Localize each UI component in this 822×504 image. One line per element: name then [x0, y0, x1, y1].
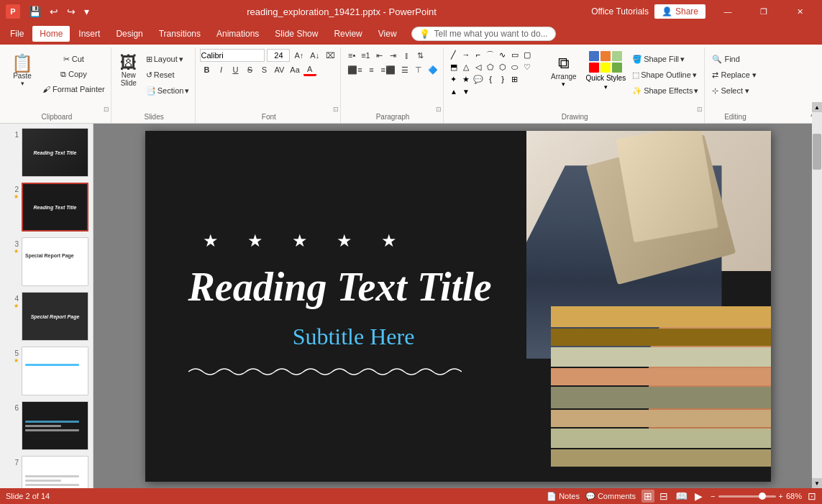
align-text-button[interactable]: ⊤: [412, 63, 425, 76]
bracket-btn[interactable]: {: [485, 73, 496, 85]
underline-button[interactable]: U: [229, 63, 242, 76]
close-button[interactable]: ✕: [783, 0, 816, 23]
arrow-shape-btn[interactable]: →: [460, 49, 472, 60]
align-right-button[interactable]: ≡⬛: [379, 63, 398, 76]
menu-home[interactable]: Home: [32, 26, 70, 42]
slide-subtitle[interactable]: Subtitle Here: [188, 324, 519, 350]
menu-view[interactable]: View: [371, 26, 404, 42]
font-color-button[interactable]: A: [303, 63, 316, 76]
italic-button[interactable]: I: [214, 63, 227, 76]
strikethrough-button[interactable]: S: [243, 63, 256, 76]
reset-button[interactable]: ↺ Reset: [143, 68, 193, 82]
scroll-shapes-down[interactable]: ▼: [460, 86, 472, 97]
zoom-out-button[interactable]: −: [711, 492, 715, 500]
vertical-scrollbar[interactable]: ▲ ▼: [812, 124, 822, 488]
elbow-shape-btn[interactable]: ⌐: [472, 49, 484, 60]
tell-me-input[interactable]: 💡 Tell me what you want to do...: [411, 27, 556, 41]
new-slide-button[interactable]: 🖼 New Slide: [116, 49, 142, 92]
text-direction-button[interactable]: ⇅: [414, 49, 427, 62]
normal-view-button[interactable]: ⊞: [641, 490, 654, 503]
align-center-button[interactable]: ≡: [365, 63, 378, 76]
slide-canvas[interactable]: ★ ★ ★ ★ ★ Reading Text Title Subtitle He…: [145, 131, 771, 482]
slide-thumb-4[interactable]: 4 ★ Special Report Page: [3, 290, 90, 342]
shape-outline-button[interactable]: ⬚ Shape Outline ▾: [629, 68, 701, 82]
callout-btn[interactable]: 💬: [472, 73, 484, 85]
office-tutorials-link[interactable]: Office Tutorials: [591, 6, 649, 17]
snip-rect-btn[interactable]: ⬒: [448, 61, 460, 73]
notes-button[interactable]: 📄 Notes: [547, 492, 580, 501]
menu-review[interactable]: Review: [326, 26, 369, 42]
paste-button[interactable]: 📋 Paste ▾: [6, 49, 39, 92]
brace-btn[interactable]: }: [497, 73, 508, 85]
slide-thumb-2[interactable]: 2 ★ Reading Text Title: [3, 181, 90, 233]
format-painter-button[interactable]: 🖌Format Painter: [40, 82, 108, 96]
convert-smartart-button[interactable]: 🔷: [426, 63, 440, 76]
align-left-button[interactable]: ⬛≡: [345, 63, 364, 76]
minimize-button[interactable]: —: [711, 0, 744, 23]
zoom-slider-thumb[interactable]: [759, 492, 766, 500]
heart-btn[interactable]: ♡: [521, 61, 533, 73]
zoom-in-button[interactable]: +: [779, 492, 783, 500]
decrease-font-button[interactable]: A↓: [308, 49, 321, 62]
slide-sorter-button[interactable]: ⊟: [657, 490, 670, 503]
pentagon-btn[interactable]: ⬠: [485, 61, 496, 73]
menu-slideshow[interactable]: Slide Show: [268, 26, 325, 42]
clear-formatting-button[interactable]: ⌧: [324, 49, 337, 62]
menu-design[interactable]: Design: [109, 26, 150, 42]
freeform-shape-btn[interactable]: ∿: [497, 49, 508, 60]
triangle-btn[interactable]: △: [460, 61, 472, 73]
star4-btn[interactable]: ✦: [448, 73, 460, 85]
rounded-rect-btn[interactable]: ▢: [521, 49, 533, 60]
menu-animations[interactable]: Animations: [209, 26, 266, 42]
slideshow-view-button[interactable]: ▶: [693, 490, 705, 503]
slide-thumb-5[interactable]: 5 ★: [3, 345, 90, 397]
increase-font-button[interactable]: A↑: [292, 49, 306, 62]
paragraph-expand-icon[interactable]: ⊡: [436, 106, 442, 113]
scroll-shapes-up[interactable]: ▲: [448, 86, 460, 97]
font-expand-icon[interactable]: ⊡: [333, 106, 339, 113]
drawing-expand-icon[interactable]: ⊡: [697, 106, 703, 113]
slide-thumb-3[interactable]: 3 ★ Special Report Page: [3, 236, 90, 288]
arrange-button[interactable]: ⧉ Arrange ▾: [545, 49, 583, 92]
change-case-button[interactable]: Aa: [288, 63, 301, 76]
rect-shape-btn[interactable]: ▭: [509, 49, 521, 60]
zoom-slider[interactable]: [718, 495, 776, 498]
oval-btn[interactable]: ⬭: [509, 61, 521, 73]
shape-effects-button[interactable]: ✨ Shape Effects ▾: [629, 83, 701, 98]
replace-button[interactable]: ⇄ Replace ▾: [709, 68, 759, 82]
customize-quick-access-button[interactable]: ▾: [81, 4, 92, 19]
slide-thumb-1[interactable]: 1 Reading Text Title: [3, 127, 90, 178]
bullets-button[interactable]: ≡•: [345, 49, 358, 62]
hexagon-btn[interactable]: ⬡: [497, 61, 508, 73]
curve-shape-btn[interactable]: ⌒: [485, 49, 496, 60]
shadow-button[interactable]: S: [257, 63, 270, 76]
redo-button[interactable]: ↪: [64, 4, 78, 19]
line-shape-btn[interactable]: ╱: [448, 49, 460, 60]
bold-button[interactable]: B: [200, 63, 213, 76]
rtriangle-btn[interactable]: ◁: [472, 61, 484, 73]
scroll-down-button[interactable]: ▼: [812, 478, 822, 488]
undo-button[interactable]: ↩: [47, 4, 61, 19]
find-button[interactable]: 🔍 Find: [709, 52, 742, 66]
menu-transitions[interactable]: Transitions: [152, 26, 208, 42]
share-button[interactable]: 👤 Share: [654, 4, 705, 19]
menu-file[interactable]: File: [3, 26, 31, 42]
numbering-button[interactable]: ≡1: [359, 49, 373, 62]
quick-styles-button[interactable]: Quick Styles ▾: [583, 49, 629, 92]
shape-fill-button[interactable]: 🪣 Shape Fill ▾: [629, 52, 701, 66]
decrease-indent-button[interactable]: ⇤: [373, 49, 386, 62]
more-shapes-btn[interactable]: ⊞: [509, 73, 521, 85]
star5-btn[interactable]: ★: [460, 73, 472, 85]
select-button[interactable]: ⊹ Select ▾: [709, 83, 752, 98]
clipboard-expand-icon[interactable]: ⊡: [104, 106, 109, 113]
save-button[interactable]: 💾: [26, 4, 44, 19]
layout-button[interactable]: ⊞ Layout ▾: [143, 52, 193, 66]
justify-button[interactable]: ☰: [398, 63, 411, 76]
slide-thumb-7[interactable]: 7: [3, 454, 90, 488]
menu-insert[interactable]: Insert: [71, 26, 107, 42]
copy-button[interactable]: ⧉Copy: [40, 67, 108, 81]
slide-thumb-6[interactable]: 6: [3, 400, 90, 452]
comments-button[interactable]: 💬 Comments: [585, 492, 636, 501]
fit-to-window-button[interactable]: ⊡: [808, 490, 816, 502]
reading-view-button[interactable]: 📖: [673, 490, 690, 503]
